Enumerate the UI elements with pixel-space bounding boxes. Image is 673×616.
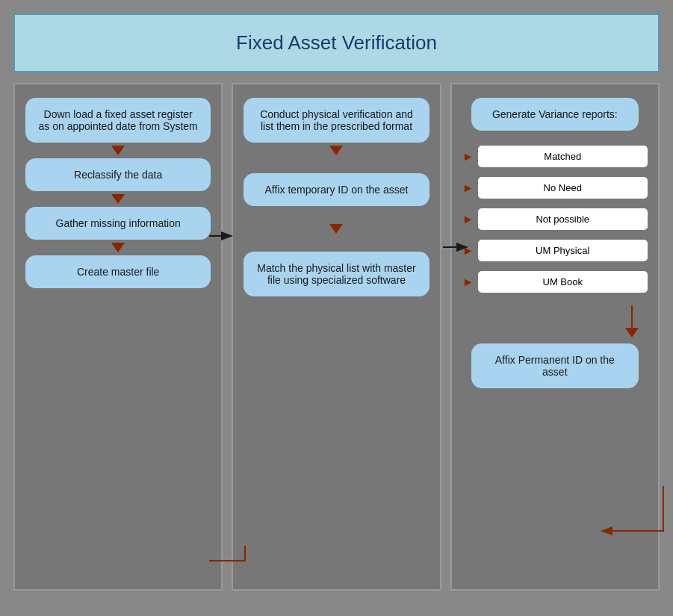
box-gather: Gather missing information (25, 207, 211, 240)
variance-noneed: ► No Need (462, 177, 648, 199)
header: Fixed Asset Verification (13, 13, 660, 72)
box-download: Down load a fixed asset register as on a… (25, 98, 211, 143)
page-title: Fixed Asset Verification (236, 31, 437, 54)
box-affix-temp: Affix temporary ID on the asset (244, 173, 429, 206)
box-conduct: Conduct physical verification and list t… (244, 98, 429, 143)
variance-notpossible: ► Not possible (462, 208, 648, 230)
box-variance-title: Generate Variance reports: (471, 98, 638, 131)
box-affix-permanent: Affix Permanent ID on the asset (471, 343, 638, 388)
column-1: Down load a fixed asset register as on a… (13, 83, 223, 591)
variance-umbook: ► UM Book (462, 271, 648, 293)
column-3: Generate Variance reports: ► Matched ► N… (450, 83, 660, 591)
box-reclassify: Reclassify the data (25, 158, 211, 191)
variance-matched: ► Matched (462, 146, 648, 167)
box-match: Match the physical list with master file… (244, 252, 429, 296)
variance-umphysical: ► UM Physical (462, 240, 648, 261)
box-master: Create master file (25, 255, 211, 288)
column-2: Conduct physical verification and list t… (232, 83, 441, 591)
